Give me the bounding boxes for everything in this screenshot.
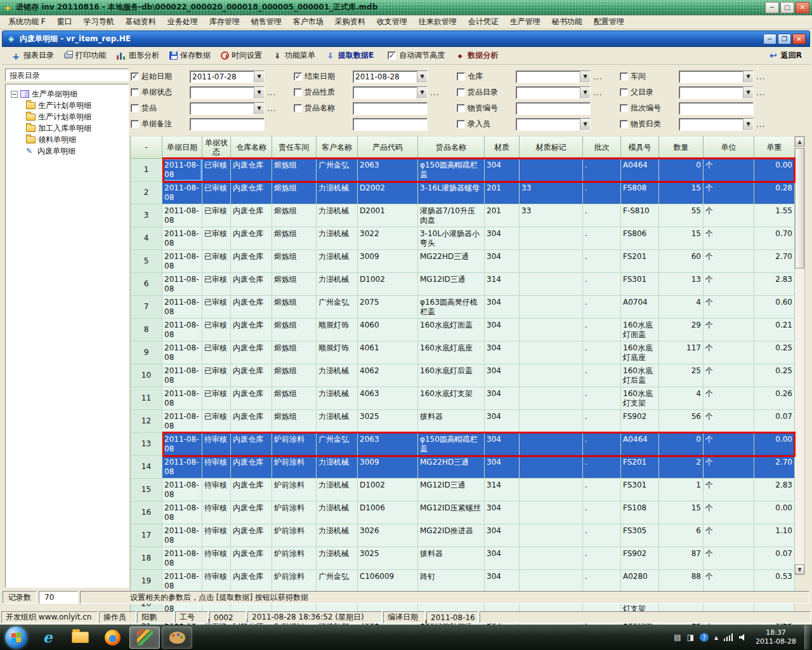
table-row[interactable]: 122011-08-08已审核内废仓库熔炼组力澎机械3025拔料器304.FS9… <box>131 410 794 433</box>
table-cell[interactable]: 力澎机械 <box>317 227 358 250</box>
table-cell[interactable]: 2.83 <box>754 273 795 296</box>
table-cell[interactable]: 2075 <box>358 296 418 319</box>
table-cell[interactable]: 力澎机械 <box>317 387 358 410</box>
table-cell[interactable]: 304 <box>485 227 520 250</box>
table-cell[interactable] <box>520 273 583 296</box>
table-cell[interactable] <box>520 501 583 524</box>
table-cell[interactable]: 10 <box>131 364 162 387</box>
filter-checkbox[interactable] <box>457 104 465 112</box>
table-cell[interactable]: 内废仓库 <box>231 364 272 387</box>
filter-text-input[interactable] <box>353 118 428 131</box>
table-cell[interactable]: . <box>583 204 621 227</box>
table-cell[interactable]: 熔炼组 <box>272 204 317 227</box>
table-cell[interactable]: 个 <box>704 547 754 570</box>
table-cell[interactable] <box>520 250 583 273</box>
table-cell[interactable]: 4063 <box>358 387 418 410</box>
table-cell[interactable]: 304 <box>485 387 520 410</box>
column-header[interactable]: 仓库名称 <box>231 136 272 159</box>
table-cell[interactable]: 17 <box>131 524 162 547</box>
table-cell[interactable]: 160水底灯支架 <box>418 387 485 410</box>
chevron-down-icon[interactable]: ▼ <box>580 87 590 98</box>
menu-item[interactable]: 秘书功能 <box>546 15 588 29</box>
table-cell[interactable] <box>520 159 583 182</box>
table-cell[interactable]: 2.70 <box>754 250 795 273</box>
table-cell[interactable]: 15 <box>659 182 704 204</box>
table-cell[interactable]: 内废仓库 <box>231 479 272 501</box>
table-cell[interactable]: . <box>583 501 621 524</box>
table-cell[interactable]: 力澎机械 <box>317 501 358 524</box>
table-cell[interactable]: 个 <box>704 250 754 273</box>
table-cell[interactable]: 2011-08-08 <box>162 250 202 273</box>
table-cell[interactable]: 2011-08-08 <box>162 364 202 387</box>
filter-dropdown[interactable]: ▼ <box>190 86 265 99</box>
table-cell[interactable]: 2011-08-08 <box>162 319 202 342</box>
table-cell[interactable]: 熔炼组 <box>272 250 317 273</box>
table-cell[interactable] <box>520 296 583 319</box>
menu-item[interactable]: 生产管理 <box>504 15 546 29</box>
table-cell[interactable]: 11 <box>131 387 162 410</box>
chevron-down-icon[interactable]: ▼ <box>743 87 753 98</box>
table-cell[interactable]: FS201 <box>621 456 659 479</box>
filter-checkbox[interactable] <box>620 72 628 81</box>
table-cell[interactable]: 304 <box>485 524 520 547</box>
table-cell[interactable]: 5 <box>131 250 162 273</box>
table-cell[interactable]: 0.00 <box>754 159 795 182</box>
filter-text-input[interactable] <box>190 118 265 131</box>
table-cell[interactable]: 14 <box>131 456 162 479</box>
table-cell[interactable]: 力澎机械 <box>317 273 358 296</box>
table-cell[interactable]: 25 <box>659 364 704 387</box>
table-cell[interactable]: A0704 <box>621 296 659 319</box>
table-cell[interactable]: . <box>583 319 621 342</box>
data-analysis-button[interactable]: 数据分析 <box>455 50 498 61</box>
table-cell[interactable]: 熔炼组 <box>272 227 317 250</box>
table-cell[interactable]: 熔炼组 <box>272 387 317 410</box>
table-cell[interactable]: 炉前涂料 <box>272 501 317 524</box>
table-cell[interactable]: 内废仓库 <box>231 501 272 524</box>
table-cell[interactable]: 3022 <box>358 227 418 250</box>
return-button[interactable]: 返回R <box>764 48 806 63</box>
filter-dropdown[interactable]: ▼ <box>516 70 591 83</box>
table-cell[interactable]: 炉前涂料 <box>272 433 317 456</box>
tree-item[interactable]: 生产计划单明细 <box>7 111 127 123</box>
table-cell[interactable]: . <box>583 433 621 456</box>
table-cell[interactable]: 内废仓库 <box>231 547 272 570</box>
scroll-down-button[interactable]: ▼ <box>795 564 804 574</box>
filter-checkbox[interactable]: ✓ <box>294 72 302 81</box>
table-cell[interactable]: 0.00 <box>754 501 795 524</box>
filter-text-input[interactable] <box>679 102 754 115</box>
maximize-button[interactable]: □ <box>780 2 794 13</box>
table-cell[interactable]: 待审核 <box>202 570 231 593</box>
filter-dropdown[interactable]: ▼ <box>190 102 265 115</box>
table-cell[interactable]: . <box>583 227 621 250</box>
table-cell[interactable]: 内废仓库 <box>231 342 272 364</box>
table-cell[interactable]: D1002 <box>358 479 418 501</box>
column-header[interactable]: 单重 <box>754 136 795 159</box>
toolbar-button[interactable]: 报表目录 <box>6 48 59 63</box>
table-cell[interactable]: 0.26 <box>754 387 795 410</box>
table-cell[interactable]: 熔炼组 <box>272 319 317 342</box>
child-close-button[interactable]: ✕ <box>792 34 806 44</box>
filter-dropdown[interactable]: ▼ <box>353 86 428 99</box>
table-cell[interactable]: 4 <box>659 387 704 410</box>
column-header[interactable]: 批次 <box>583 136 621 159</box>
table-row[interactable]: 52011-08-08已审核内废仓库熔炼组力澎机械3009MG22HD三通304… <box>131 250 794 273</box>
table-cell[interactable]: 0 <box>659 159 704 182</box>
table-cell[interactable]: 待审核 <box>202 501 231 524</box>
table-cell[interactable]: 0.28 <box>754 182 795 204</box>
table-cell[interactable]: 熔炼组 <box>272 296 317 319</box>
table-cell[interactable]: 304 <box>485 364 520 387</box>
table-cell[interactable]: 8 <box>131 319 162 342</box>
menu-item[interactable]: 窗口 <box>51 15 78 29</box>
table-cell[interactable]: D2002 <box>358 182 418 204</box>
table-cell[interactable]: 304 <box>485 296 520 319</box>
table-cell[interactable]: 已审核 <box>202 227 231 250</box>
taskbar-item-browser[interactable] <box>32 627 63 649</box>
table-cell[interactable]: 304 <box>485 410 520 433</box>
menu-item[interactable]: 业务处理 <box>162 15 204 29</box>
table-cell[interactable] <box>520 319 583 342</box>
table-row[interactable]: 102011-08-08已审核内废仓库熔炼组力澎机械4062160水底灯后盖30… <box>131 364 794 387</box>
table-cell[interactable]: 29 <box>659 319 704 342</box>
tree-item[interactable]: 内废单明细 <box>7 145 127 157</box>
table-cell[interactable]: . <box>583 456 621 479</box>
table-cell[interactable]: . <box>583 547 621 570</box>
